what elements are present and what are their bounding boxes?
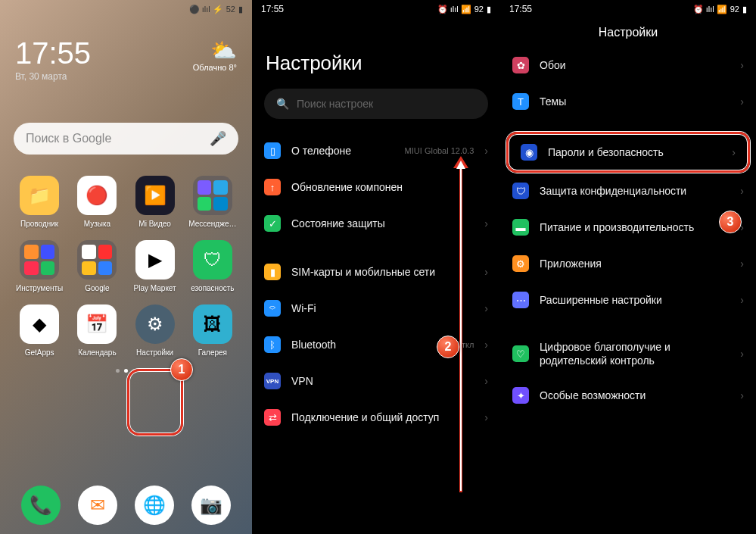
chevron-right-icon: › bbox=[740, 258, 744, 270]
dock-phone[interactable]: 📞 bbox=[21, 486, 61, 525]
row-bluetooth[interactable]: ᛒ Bluetooth Откл › bbox=[252, 326, 500, 363]
status-icons: ⏰ ılıl 📶 92▮ bbox=[437, 5, 491, 14]
chevron-right-icon: › bbox=[732, 146, 736, 158]
apps-icon: ⚙ bbox=[512, 255, 529, 272]
dock-camera[interactable]: 📷 bbox=[191, 486, 231, 525]
callout-badge-2: 2 bbox=[437, 336, 459, 358]
share-icon: ⇄ bbox=[264, 409, 281, 426]
settings-search-placeholder: Поиск настроек bbox=[297, 98, 373, 110]
app-folder-google[interactable]: Google bbox=[70, 240, 124, 292]
wellbeing-icon: ♡ bbox=[512, 345, 529, 362]
clock-widget[interactable]: 17:55 bbox=[15, 38, 91, 68]
app-file-manager[interactable]: 📁Проводник bbox=[12, 176, 67, 228]
shield-icon: ✓ bbox=[264, 215, 281, 232]
app-folder-messengers[interactable]: Мессендже… bbox=[185, 176, 240, 228]
row-themes[interactable]: T Темы › bbox=[500, 83, 756, 120]
app-music[interactable]: 🔴Музыка bbox=[70, 176, 124, 228]
status-bar: ⚫ ılıl ⚡ 52▮ bbox=[0, 0, 252, 18]
chevron-right-icon: › bbox=[740, 294, 744, 306]
row-accessibility[interactable]: ✦ Особые возможности › bbox=[500, 377, 756, 414]
bluetooth-icon: ᛒ bbox=[264, 336, 281, 353]
wifi-icon: ⌔ bbox=[264, 300, 281, 317]
settings-header-title: Настройки bbox=[500, 18, 756, 47]
settings-main-panel: 17:55 ⏰ ılıl 📶 92▮ Настройки 🔍 Поиск нас… bbox=[252, 0, 500, 534]
app-security[interactable]: 🛡езопасность bbox=[185, 240, 240, 292]
row-battery[interactable]: ▬ Питание и производительность › bbox=[500, 209, 756, 245]
weather-icon: ⛅ bbox=[193, 38, 237, 63]
chevron-right-icon: › bbox=[484, 339, 488, 351]
chevron-right-icon: › bbox=[740, 95, 744, 108]
callout-badge-3: 3 bbox=[719, 211, 742, 233]
wallpaper-icon: ✿ bbox=[512, 57, 529, 73]
chevron-right-icon: › bbox=[740, 389, 744, 401]
scroll-up-arrow-inner bbox=[460, 168, 462, 491]
status-bar: 17:55 ⏰ ılıl 📶 92▮ bbox=[500, 0, 756, 18]
google-search-bar[interactable]: Поиск в Google 🎤 bbox=[14, 123, 238, 155]
chevron-right-icon: › bbox=[484, 302, 488, 314]
app-play-store[interactable]: ▶Play Маркет bbox=[128, 240, 182, 292]
sim-icon: ▮ bbox=[264, 264, 281, 280]
date-widget[interactable]: Вт, 30 марта bbox=[15, 71, 91, 82]
update-icon: ↑ bbox=[264, 179, 281, 195]
row-additional-settings[interactable]: ⋯ Расширенные настройки › bbox=[500, 282, 756, 318]
home-widget-area: 17:55 Вт, 30 марта ⛅ Облачно 8° bbox=[0, 18, 252, 95]
chevron-right-icon: › bbox=[740, 348, 744, 360]
mic-icon[interactable]: 🎤 bbox=[210, 130, 226, 147]
settings-title: Настройки bbox=[252, 18, 500, 89]
chevron-right-icon: › bbox=[484, 145, 488, 157]
status-bar: 17:55 ⏰ ılıl 📶 92▮ bbox=[252, 0, 500, 18]
status-icons: ⚫ ılıl ⚡ 52▮ bbox=[189, 5, 243, 14]
vpn-icon: VPN bbox=[264, 373, 281, 389]
themes-icon: T bbox=[512, 93, 529, 110]
battery-icon: ▬ bbox=[512, 219, 529, 236]
chevron-right-icon: › bbox=[484, 266, 488, 278]
app-grid: 📁Проводник 🔴Музыка ▶️Mi Видео Мессендже…… bbox=[0, 176, 252, 357]
privacy-icon: 🛡 bbox=[512, 183, 529, 199]
callout-badge-1: 1 bbox=[170, 358, 193, 381]
row-components-update[interactable]: ↑ Обновление компонен bbox=[252, 169, 500, 205]
settings-scrolled-panel: 17:55 ⏰ ılıl 📶 92▮ Настройки ✿ Обои › T … bbox=[500, 0, 756, 534]
accessibility-icon: ✦ bbox=[512, 387, 529, 404]
more-icon: ⋯ bbox=[512, 292, 529, 308]
search-placeholder: Поиск в Google bbox=[26, 132, 111, 145]
dock-browser[interactable]: 🌐 bbox=[135, 486, 174, 525]
highlight-passwords-security: ◉ Пароли и безопасность › bbox=[506, 132, 750, 173]
chevron-right-icon: › bbox=[484, 375, 488, 387]
app-folder-tools[interactable]: Инструменты bbox=[12, 240, 67, 292]
chevron-right-icon: › bbox=[740, 185, 744, 197]
home-screen-panel: ⚫ ılıl ⚡ 52▮ 17:55 Вт, 30 марта ⛅ Облачн… bbox=[0, 0, 252, 534]
dock-messages[interactable]: ✉ bbox=[78, 486, 117, 525]
app-mi-video[interactable]: ▶️Mi Видео bbox=[128, 176, 182, 228]
app-calendar[interactable]: 📅Календарь bbox=[70, 304, 124, 357]
status-icons: ⏰ ılıl 📶 92▮ bbox=[693, 5, 747, 14]
row-connection-sharing[interactable]: ⇄ Подключение и общий доступ › bbox=[252, 399, 500, 436]
chevron-right-icon: › bbox=[740, 59, 744, 71]
app-settings[interactable]: ⚙Настройки bbox=[128, 304, 182, 357]
chevron-right-icon: › bbox=[484, 217, 488, 230]
row-privacy[interactable]: 🛡 Защита конфиденциальности › bbox=[500, 173, 756, 209]
row-wallpaper[interactable]: ✿ Обои › bbox=[500, 47, 756, 83]
app-getapps[interactable]: ◆GetApps bbox=[12, 304, 67, 357]
settings-search[interactable]: 🔍 Поиск настроек bbox=[264, 89, 488, 119]
search-icon: 🔍 bbox=[276, 98, 289, 110]
row-digital-wellbeing[interactable]: ♡ Цифровое благополучие и родительский к… bbox=[500, 330, 756, 377]
dock: 📞 ✉ 🌐 📷 bbox=[0, 486, 252, 525]
row-apps[interactable]: ⚙ Приложения › bbox=[500, 245, 756, 282]
row-sim-cards[interactable]: ▮ SIM-карты и мобильные сети › bbox=[252, 254, 500, 290]
status-time: 17:55 bbox=[261, 4, 284, 14]
row-wifi[interactable]: ⌔ Wi-Fi › bbox=[252, 290, 500, 326]
row-vpn[interactable]: VPN VPN › bbox=[252, 363, 500, 399]
page-indicator bbox=[0, 369, 252, 373]
phone-icon: ▯ bbox=[264, 142, 281, 159]
chevron-right-icon: › bbox=[484, 411, 488, 423]
row-security-status[interactable]: ✓ Состояние защиты › bbox=[252, 205, 500, 242]
app-gallery[interactable]: 🖼Галерея bbox=[185, 304, 240, 357]
fingerprint-icon: ◉ bbox=[521, 144, 537, 161]
status-time: 17:55 bbox=[509, 4, 532, 14]
weather-widget[interactable]: ⛅ Облачно 8° bbox=[193, 38, 237, 82]
row-passwords-security[interactable]: ◉ Пароли и безопасность › bbox=[509, 134, 748, 170]
